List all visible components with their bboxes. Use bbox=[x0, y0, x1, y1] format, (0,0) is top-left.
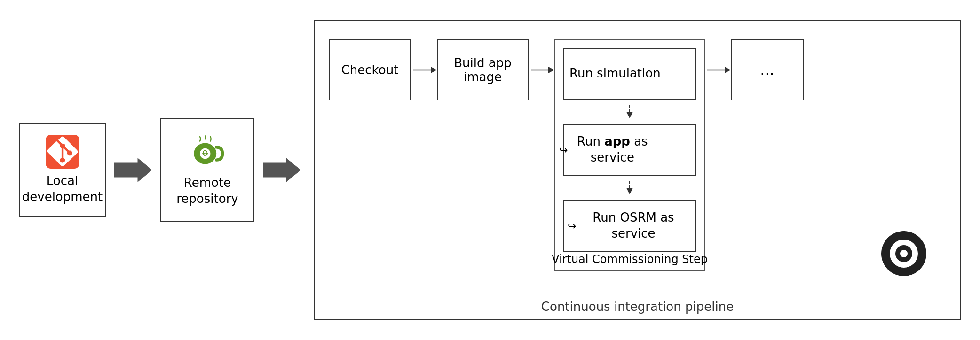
run-app-label: Run app asservice bbox=[577, 134, 648, 166]
svg-marker-1 bbox=[114, 158, 152, 182]
ellipsis-box: ... bbox=[731, 39, 804, 100]
build-label: Build app image bbox=[444, 56, 521, 84]
svg-marker-14 bbox=[626, 188, 633, 194]
arrow-vc-ellipsis bbox=[705, 39, 731, 100]
vc-label: Virtual Commissioning Step bbox=[552, 252, 708, 267]
svg-marker-10 bbox=[548, 67, 554, 73]
build-app-box: Build app image bbox=[437, 39, 529, 100]
top-row: Checkout Build app image bbox=[329, 35, 946, 291]
arrow-2-svg bbox=[263, 158, 300, 182]
svg-marker-16 bbox=[725, 67, 731, 73]
dashed-arrow-app-osrm bbox=[563, 181, 696, 194]
arrow-2 bbox=[254, 158, 309, 182]
diagram: Localdevelopment Remoterepository bbox=[19, 10, 961, 330]
gitea-icon bbox=[189, 133, 226, 170]
remote-repo-label: Remoterepository bbox=[176, 175, 238, 207]
ci-pipeline-label: Continuous integration pipeline bbox=[541, 300, 734, 314]
curved-arrow-app: ↪ bbox=[559, 144, 568, 156]
run-osrm-label: Run OSRM as service bbox=[577, 210, 690, 242]
svg-rect-5 bbox=[204, 153, 206, 156]
arrow-1 bbox=[106, 158, 160, 182]
vc-group: Run simulation ↪ Run app asservice bbox=[554, 39, 705, 271]
run-sim-label: Run simulation bbox=[569, 66, 661, 82]
svg-marker-12 bbox=[626, 112, 633, 118]
pipeline-content: Checkout Build app image bbox=[315, 21, 960, 319]
ellipsis-label: ... bbox=[760, 61, 775, 79]
arrow-build-vc bbox=[529, 39, 554, 100]
svg-marker-8 bbox=[431, 67, 437, 73]
k8s-logo bbox=[880, 230, 927, 277]
run-app-box: ↪ Run app asservice bbox=[563, 124, 696, 176]
git-icon bbox=[46, 135, 79, 169]
remote-repo-box: Remoterepository bbox=[160, 118, 254, 222]
curved-arrow-osrm: ↪ bbox=[568, 220, 576, 232]
local-dev-box: Localdevelopment bbox=[19, 123, 106, 217]
local-dev-label: Localdevelopment bbox=[22, 173, 103, 205]
arrow-checkout-build bbox=[411, 39, 437, 100]
checkout-label: Checkout bbox=[341, 63, 399, 77]
svg-point-20 bbox=[900, 250, 908, 257]
run-sim-box: Run simulation bbox=[563, 48, 696, 100]
logo-area bbox=[804, 35, 946, 291]
ci-pipeline-box: Checkout Build app image bbox=[314, 20, 961, 320]
arrow-1-svg bbox=[114, 158, 152, 182]
run-osrm-box: ↪ Run OSRM as service bbox=[563, 200, 696, 252]
checkout-box: Checkout bbox=[329, 39, 411, 100]
svg-marker-6 bbox=[263, 158, 300, 182]
dashed-arrow-sim-app bbox=[563, 105, 696, 118]
